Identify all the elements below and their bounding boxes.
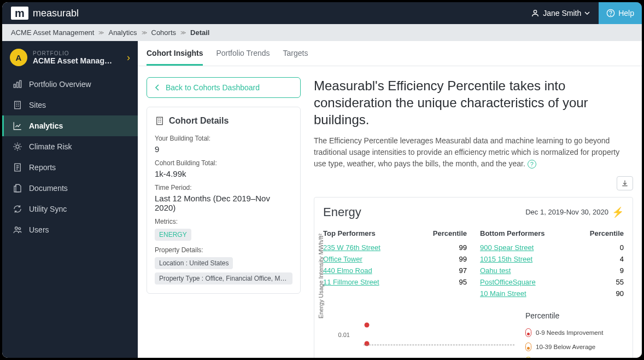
percentile-value: 99 xyxy=(459,243,467,252)
legend-label: 0-9 Needs Improvement xyxy=(536,329,603,336)
performer-row: Oahu test9 xyxy=(480,265,624,276)
percentile-value: 97 xyxy=(459,266,467,275)
legend-label: 10-39 Below Average xyxy=(536,344,595,350)
legend-row: 40-59 Average xyxy=(525,354,624,358)
help-button[interactable]: Help xyxy=(599,2,642,24)
chart-point[interactable] xyxy=(365,341,370,346)
documents-icon xyxy=(13,183,22,193)
performer-link[interactable]: 900 Spear Street xyxy=(480,243,534,252)
chevron-down-icon xyxy=(584,10,590,16)
performer-link[interactable]: 11 Fillmore Street xyxy=(323,278,379,286)
portfolio-switcher[interactable]: A PORTFOLIO ACME Asset Manag… › xyxy=(2,41,138,74)
energy-title: Energy xyxy=(323,205,361,219)
breadcrumb-item[interactable]: Analytics xyxy=(108,28,137,37)
help-label: Help xyxy=(618,9,634,18)
chevron-right-icon: ≫ xyxy=(180,30,186,36)
building-icon xyxy=(13,100,22,110)
sidebar-item-analytics[interactable]: Analytics xyxy=(2,115,138,136)
percentile-value: 55 xyxy=(616,278,624,286)
performer-row: 1015 15th Street4 xyxy=(480,253,624,265)
percentile-value: 90 xyxy=(616,289,624,298)
percentile-header: Percentile xyxy=(433,229,467,237)
users-icon xyxy=(13,225,22,235)
brand: m measurabl xyxy=(11,7,79,20)
time-period-value: Last 12 Months (Dec 2019–Nov 2020) xyxy=(155,194,292,212)
y-axis-label: Energy Usage Intensity MWh/ft² xyxy=(318,234,324,318)
user-icon xyxy=(531,9,540,18)
tab-portfolio-trends[interactable]: Portfolio Trends xyxy=(216,41,270,66)
download-button[interactable] xyxy=(617,176,633,190)
chevron-right-icon: ≫ xyxy=(98,30,104,36)
portfolio-label: PORTFOLIO xyxy=(33,50,121,56)
energy-date-range: Dec 1, 2019-Nov 30, 2020 ⚡ xyxy=(525,206,624,218)
back-to-dashboard-button[interactable]: Back to Cohorts Dashboard xyxy=(147,77,301,98)
top-performers-header: Top Performers xyxy=(323,229,376,237)
help-icon xyxy=(606,9,615,18)
performer-link[interactable]: 10 Main Street xyxy=(480,289,526,298)
chevron-right-icon: ≫ xyxy=(142,30,147,36)
svg-point-7 xyxy=(16,145,19,148)
svg-point-0 xyxy=(534,10,536,13)
sidebar-item-users[interactable]: Users xyxy=(2,219,138,240)
sidebar-item-utility-sync[interactable]: Utility Sync xyxy=(2,199,138,219)
svg-point-9 xyxy=(15,227,18,230)
sidebar-item-label: Documents xyxy=(29,184,68,193)
property-type-tag: Property Type : Office, Financial Office… xyxy=(155,272,292,284)
brand-logo-icon: m xyxy=(11,7,28,20)
sidebar: A PORTFOLIO ACME Asset Manag… › Portfoli… xyxy=(2,41,138,358)
top-performers-col: Top Performers Percentile 235 W 76th Str… xyxy=(323,229,467,299)
performer-row: 11 Fillmore Street95 xyxy=(323,276,467,288)
percentile-value: 99 xyxy=(459,255,467,263)
performer-link[interactable]: Oahu test xyxy=(480,266,511,275)
sidebar-item-sites[interactable]: Sites xyxy=(2,95,138,115)
percentile-value: 95 xyxy=(459,278,467,286)
chevron-left-icon xyxy=(155,84,160,91)
energy-card: Energy Dec 1, 2019-Nov 30, 2020 ⚡ Top Pe… xyxy=(314,197,633,358)
performer-row: Office Tower99 xyxy=(323,253,467,265)
performer-link[interactable]: Office Tower xyxy=(323,255,362,263)
sidebar-item-label: Utility Sync xyxy=(29,205,67,213)
headline-description: The Efficiency Percentile leverages Meas… xyxy=(314,135,633,170)
metrics-label: Metrics: xyxy=(155,218,292,225)
headline: Measurabl's Efficiency Percentile takes … xyxy=(314,77,633,129)
performer-row: 440 Elmo Road97 xyxy=(323,265,467,276)
percentile-value: 9 xyxy=(620,266,624,275)
your-building-label: Your Building Total: xyxy=(155,135,292,142)
portfolio-overview-icon xyxy=(13,79,22,89)
sidebar-item-climate-risk[interactable]: Climate Risk xyxy=(2,136,138,157)
performer-link[interactable]: 440 Elmo Road xyxy=(323,266,372,275)
y-tick: 0.01 xyxy=(331,332,350,338)
metrics-tag: ENERGY xyxy=(155,229,191,241)
performer-link[interactable]: 235 W 76th Street xyxy=(323,243,380,252)
user-menu[interactable]: Jane Smith xyxy=(531,9,590,18)
breadcrumb-item[interactable]: ACME Asset Management xyxy=(11,28,94,37)
sidebar-item-documents[interactable]: Documents xyxy=(2,178,138,199)
sidebar-item-portfolio-overview[interactable]: Portfolio Overview xyxy=(2,74,138,95)
time-period-label: Time Period: xyxy=(155,184,292,191)
help-icon[interactable]: ? xyxy=(528,160,536,169)
sidebar-item-label: Reports xyxy=(29,163,56,172)
main-tabs: Cohort Insights Portfolio Trends Targets xyxy=(138,41,642,66)
bolt-icon: ⚡ xyxy=(612,206,624,218)
svg-rect-5 xyxy=(20,80,21,88)
legend-row: 10-39 Below Average xyxy=(525,340,624,354)
panel-title: Cohort Details xyxy=(169,116,229,126)
tab-cohort-insights[interactable]: Cohort Insights xyxy=(147,41,203,66)
user-name: Jane Smith xyxy=(543,9,581,18)
sidebar-item-label: Users xyxy=(29,225,49,234)
date-range-text: Dec 1, 2019-Nov 30, 2020 xyxy=(525,208,608,216)
svg-rect-11 xyxy=(157,117,163,125)
breadcrumb-item[interactable]: Cohorts xyxy=(151,28,177,37)
performer-row: 900 Spear Street0 xyxy=(480,242,624,253)
percentile-header: Percentile xyxy=(590,229,624,237)
svg-rect-4 xyxy=(17,82,19,88)
breadcrumb-item-current: Detail xyxy=(190,28,209,37)
top-navbar: m measurabl Jane Smith Help xyxy=(2,2,642,24)
performer-row: PostOfficeSquare55 xyxy=(480,276,624,288)
sidebar-item-reports[interactable]: Reports xyxy=(2,157,138,178)
your-building-value: 9 xyxy=(155,144,292,154)
performer-link[interactable]: PostOfficeSquare xyxy=(480,278,536,286)
performer-link[interactable]: 1015 15th Street xyxy=(480,255,532,263)
tab-targets[interactable]: Targets xyxy=(283,41,308,66)
chart-point[interactable] xyxy=(365,323,370,328)
